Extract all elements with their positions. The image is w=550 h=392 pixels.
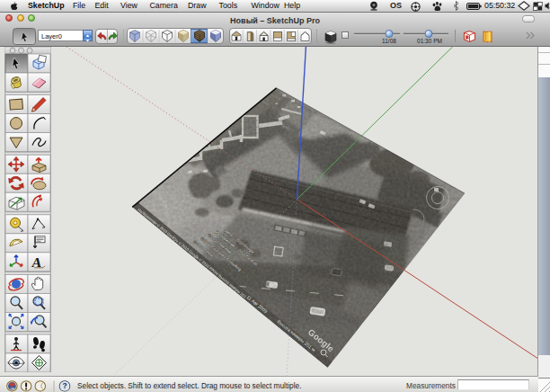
svg-text:01:30 PM: 01:30 PM <box>417 38 442 44</box>
svg-text:11/08: 11/08 <box>382 38 396 44</box>
svg-text:?: ? <box>62 381 67 390</box>
